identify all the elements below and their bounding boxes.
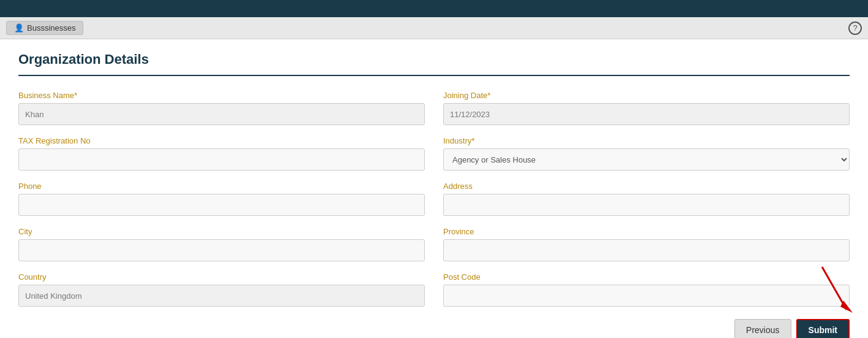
province-label: Province <box>443 227 850 236</box>
country-label: Country <box>18 272 425 282</box>
submit-button[interactable]: Submit <box>796 319 850 338</box>
industry-label: Industry* <box>443 136 850 145</box>
industry-group: Industry* Agency or Sales House Technolo… <box>443 136 850 171</box>
tax-reg-group: TAX Registration No <box>18 136 425 171</box>
joining-date-input[interactable] <box>443 103 850 125</box>
arrow-indicator <box>785 264 859 319</box>
phone-label: Phone <box>18 182 425 191</box>
business-name-group: Business Name* <box>18 91 425 125</box>
tax-reg-label: TAX Registration No <box>18 136 425 145</box>
joining-date-group: Joining Date* <box>443 91 850 125</box>
city-input[interactable] <box>18 239 425 261</box>
address-group: Address <box>443 182 850 216</box>
joining-date-label: Joining Date* <box>443 91 850 100</box>
province-group: Province <box>443 227 850 261</box>
businesses-tab[interactable]: 👤 Busssinesses <box>6 21 83 35</box>
person-icon: 👤 <box>14 23 24 33</box>
previous-button[interactable]: Previous <box>734 319 791 338</box>
address-label: Address <box>443 182 850 191</box>
main-content: Organization Details Business Name* Join… <box>0 39 868 338</box>
page-title: Organization Details <box>18 52 850 76</box>
business-name-input[interactable] <box>18 103 425 125</box>
top-bar <box>0 0 868 17</box>
country-input[interactable] <box>18 285 425 307</box>
phone-input[interactable] <box>18 194 425 216</box>
industry-select[interactable]: Agency or Sales House Technology Finance… <box>443 148 850 171</box>
businesses-tab-label: Busssinesses <box>27 23 75 33</box>
tab-bar: 👤 Busssinesses ? <box>0 17 868 39</box>
tax-reg-input[interactable] <box>18 148 425 171</box>
help-icon[interactable]: ? <box>848 21 862 35</box>
address-input[interactable] <box>443 194 850 216</box>
form-grid: Business Name* Joining Date* TAX Registr… <box>18 91 850 307</box>
phone-group: Phone <box>18 182 425 216</box>
country-group: Country <box>18 272 425 307</box>
button-row: Previous Submit <box>18 319 850 338</box>
city-group: City <box>18 227 425 261</box>
province-input[interactable] <box>443 239 850 261</box>
help-symbol: ? <box>853 23 857 33</box>
city-label: City <box>18 227 425 236</box>
business-name-label: Business Name* <box>18 91 425 100</box>
